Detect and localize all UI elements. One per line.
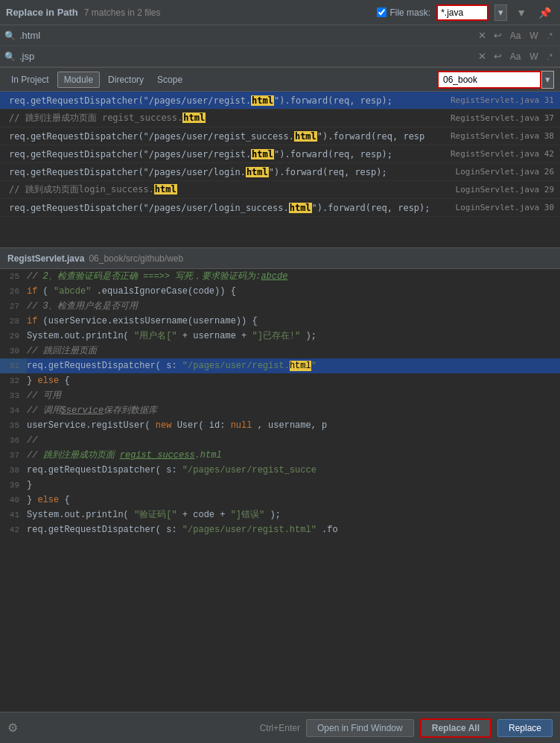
code-line-37: 37 // 跳到注册成功页面 regist_success.html [0,448,560,463]
file-mask-dropdown[interactable]: ▾ [494,4,507,21]
result-code: req.getRequestDispatcher("/pages/user/re… [9,131,445,142]
code-line-30: 30 // 跳回注册页面 [0,344,560,358]
code-line-32: 32 } else { [0,373,560,388]
file-mask-checkbox[interactable] [377,7,386,17]
scope-bar: In Project Module Directory Scope ▾ [0,68,560,92]
line-content-35: userService.registUser( new User( id: nu… [27,418,560,433]
replace-all-button[interactable]: Replace All [420,718,491,738]
line-num-30: 30 [0,344,27,358]
line-content-39: } [27,478,560,493]
dialog-title: Replace in Path [6,7,78,18]
regex-btn-1[interactable]: .* [544,31,556,40]
search-row-1: 🔍 ✕ ↩ Aa W .* [0,25,560,46]
line-content-34: // 调用$service保存到数据库 [27,403,560,418]
regex-btn-2[interactable]: .* [544,52,556,61]
result-code: req.getRequestDispatcher("/pages/user/re… [9,95,445,106]
result-code: req.getRequestDispatcher("/pages/user/lo… [9,167,450,177]
line-num-28: 28 [0,314,27,329]
line-num-38: 38 [0,463,27,478]
code-line-29: 29 System.out.println( "用户名[" + username… [0,329,560,344]
code-line-28: 28 if (userService.existsUsername(userna… [0,314,560,329]
replace-button[interactable]: Replace [497,719,553,737]
line-content-29: System.out.println( "用户名[" + username + … [27,329,560,344]
search-restore-2[interactable]: ↩ [491,51,504,62]
result-file: RegistServlet.java 38 [451,131,554,141]
result-row[interactable]: req.getRequestDispatcher("/pages/user/re… [0,127,560,145]
code-viewer: RegistServlet.java 06_book/src/github/we… [0,248,560,537]
result-file: LoginServlet.java 30 [456,203,554,212]
scope-scope[interactable]: Scope [152,72,188,87]
open-find-window-button[interactable]: Open in Find Window [306,719,414,737]
line-content-27: // 3、检查用户名是否可用 [27,299,560,314]
code-line-31: 31 req.getRequestDispatcher( s: "/pages/… [0,358,560,373]
result-row[interactable]: // 跳到注册成功页面 regist_success.html RegistSe… [0,110,560,127]
line-num-32: 32 [0,373,27,388]
line-content-25: // 2、检查验证码是否正确 ===>> 写死，要求验证码为:abcde [27,269,560,284]
footer-bar: ⚙ Ctrl+Enter Open in Find Window Replace… [0,712,560,743]
result-row[interactable]: // 跳到成功页面login_success.html LoginServlet… [0,181,560,199]
settings-icon[interactable]: ⚙ [7,721,18,735]
search-input-2[interactable] [19,51,473,62]
match-count: 7 matches in 2 files [84,7,161,18]
pin-icon-btn[interactable]: 📌 [535,5,554,20]
code-line-39: 39 } [0,478,560,493]
result-row[interactable]: req.getRequestDispatcher("/pages/user/re… [0,92,560,110]
scope-directory[interactable]: Directory [103,72,149,87]
line-num-40: 40 [0,493,27,508]
line-content-28: if (userService.existsUsername(username)… [27,314,560,329]
scope-in-project[interactable]: In Project [6,72,54,87]
code-line-36: 36 // [0,433,560,448]
scope-module[interactable]: Module [57,72,100,88]
code-line-33: 33 // 可用 [0,388,560,403]
file-mask-input[interactable] [436,4,489,21]
search-icon-1: 🔍 [4,31,16,41]
case-btn-1[interactable]: Aa [507,31,524,41]
filter-icon-btn[interactable]: ▼ [513,5,529,20]
file-mask-label: File mask: [377,7,430,18]
line-num-29: 29 [0,329,27,344]
line-num-37: 37 [0,448,27,463]
code-line-41: 41 System.out.println( "验证码[" + code + "… [0,508,560,522]
line-num-41: 41 [0,508,27,522]
search-clear-1[interactable]: ✕ [476,30,489,41]
result-code: req.getRequestDispatcher("/pages/user/re… [9,149,445,159]
result-row[interactable]: req.getRequestDispatcher("/pages/user/lo… [0,163,560,181]
code-viewer-path: 06_book/src/github/web [89,253,183,264]
line-num-42: 42 [0,522,27,537]
code-line-27: 27 // 3、检查用户名是否可用 [0,299,560,314]
search-clear-2[interactable]: ✕ [476,51,489,62]
search-input-1[interactable] [19,30,473,41]
code-line-38: 38 req.getRequestDispatcher( s: "/pages/… [0,463,560,478]
case-btn-2[interactable]: Aa [507,51,524,62]
result-file: RegistServlet.java 31 [451,95,554,105]
line-content-30: // 跳回注册页面 [27,344,560,358]
shortcut-label: Ctrl+Enter [260,723,300,733]
line-content-37: // 跳到注册成功页面 regist_success.html [27,448,560,463]
line-num-36: 36 [0,433,27,448]
word-btn-1[interactable]: W [526,31,541,41]
search-icon-2: 🔍 [4,51,16,62]
results-area: req.getRequestDispatcher("/pages/user/re… [0,92,560,248]
search-row-2: 🔍 ✕ ↩ Aa W .* [0,46,560,67]
result-file: LoginServlet.java 26 [456,167,554,177]
code-line-25: 25 // 2、检查验证码是否正确 ===>> 写死，要求验证码为:abcde [0,269,560,284]
module-dropdown-arrow[interactable]: ▾ [541,71,554,89]
search-restore-1[interactable]: ↩ [491,30,504,41]
result-row[interactable]: req.getRequestDispatcher("/pages/user/re… [0,145,560,163]
result-row[interactable]: req.getRequestDispatcher("/pages/user/lo… [0,199,560,217]
word-btn-2[interactable]: W [526,51,541,62]
line-num-39: 39 [0,478,27,493]
line-content-41: System.out.println( "验证码[" + code + "]错误… [27,508,560,522]
result-code: // 跳到注册成功页面 regist_success.html [9,112,445,124]
line-num-27: 27 [0,299,27,314]
line-content-33: // 可用 [27,388,560,403]
line-content-38: req.getRequestDispatcher( s: "/pages/use… [27,463,560,478]
code-line-42: 42 req.getRequestDispatcher( s: "/pages/… [0,522,560,537]
result-code: req.getRequestDispatcher("/pages/user/lo… [9,203,450,213]
module-input[interactable] [437,71,541,89]
code-viewer-header: RegistServlet.java 06_book/src/github/we… [0,248,560,269]
result-file: RegistServlet.java 42 [451,149,554,159]
result-code: // 跳到成功页面login_success.html [9,183,450,196]
code-line-35: 35 userService.registUser( new User( id:… [0,418,560,433]
code-lines: 25 // 2、检查验证码是否正确 ===>> 写死，要求验证码为:abcde … [0,269,560,537]
